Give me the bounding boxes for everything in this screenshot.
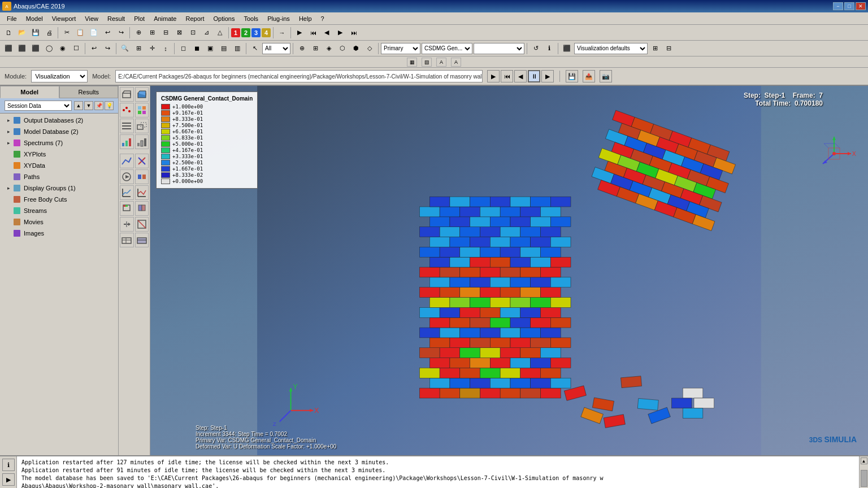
- t2-texture[interactable]: ⬛: [561, 42, 573, 55]
- t2-e[interactable]: ◉: [57, 42, 69, 55]
- tree-item-10[interactable]: Images: [0, 228, 118, 239]
- icon-probe2[interactable]: [135, 201, 149, 216]
- menu-item-options[interactable]: Options: [209, 14, 240, 23]
- t2-grid2[interactable]: ⊟: [662, 42, 675, 55]
- undo-button[interactable]: ↩: [101, 27, 114, 39]
- icon-animate2[interactable]: [135, 169, 149, 184]
- icon-path1[interactable]: [120, 154, 134, 168]
- num4-button[interactable]: 4: [262, 28, 271, 37]
- icon-plot-deformed[interactable]: [120, 87, 134, 102]
- play-pause-button[interactable]: ⏸: [528, 70, 540, 82]
- t2-extra6[interactable]: ◇: [363, 42, 376, 55]
- t4-table2[interactable]: ▧: [422, 58, 432, 67]
- component-select[interactable]: [474, 43, 524, 54]
- tree-expand-0[interactable]: ▸: [5, 116, 12, 124]
- tab-results[interactable]: Results: [59, 86, 119, 98]
- menu-item-file[interactable]: File: [2, 14, 21, 23]
- num3-button[interactable]: 3: [251, 28, 261, 37]
- menu-item-viewport[interactable]: Viewport: [47, 14, 81, 23]
- menu-item-tools[interactable]: Tools: [239, 14, 263, 23]
- all-select[interactable]: All: [262, 43, 290, 54]
- icon-plot-contour[interactable]: [135, 87, 149, 102]
- primary-select[interactable]: Primary: [381, 43, 420, 54]
- save-odb-button[interactable]: 📤: [583, 70, 595, 82]
- goto-start-button[interactable]: ⏮: [307, 27, 319, 39]
- sidebar-expand-btn[interactable]: ▲: [74, 101, 83, 110]
- icon-path2[interactable]: [135, 154, 149, 168]
- menu-item-animate[interactable]: Animate: [149, 14, 181, 23]
- tool-b[interactable]: ⊞: [146, 27, 158, 39]
- tab-model[interactable]: Model: [0, 86, 59, 98]
- viz-defaults-select[interactable]: Visualization defaults: [574, 43, 648, 54]
- menu-item-help[interactable]: Help: [294, 14, 316, 23]
- menu-item-model[interactable]: Model: [21, 14, 47, 23]
- play-button[interactable]: ▶: [293, 27, 306, 39]
- tool-f[interactable]: ⊿: [200, 27, 212, 39]
- icon-fbd1[interactable]: [120, 217, 134, 232]
- maximize-button[interactable]: □: [844, 2, 854, 10]
- tree-item-5[interactable]: Paths: [0, 171, 118, 182]
- tool-a[interactable]: ⊕: [132, 27, 145, 39]
- t2-cube2[interactable]: ◼: [190, 42, 203, 55]
- t2-b[interactable]: ⬛: [16, 42, 28, 55]
- goto-end-button[interactable]: ⏭: [348, 27, 360, 39]
- icon-result-options[interactable]: [120, 134, 134, 149]
- icon-superimpose[interactable]: [135, 119, 149, 133]
- t2-cube5[interactable]: ▥: [231, 42, 244, 55]
- csdmg-select[interactable]: CSDMG Gen...: [422, 43, 472, 54]
- step-fwd-button[interactable]: ▶: [334, 27, 346, 39]
- t2-arrows[interactable]: ↕: [159, 42, 172, 55]
- arrow-button[interactable]: →: [276, 27, 288, 39]
- t2-cube1[interactable]: ◻: [177, 42, 189, 55]
- t2-cube3[interactable]: ▣: [204, 42, 216, 55]
- play-prev-button[interactable]: ◀: [514, 70, 527, 82]
- minimize-button[interactable]: −: [833, 2, 843, 10]
- tree-expand-1[interactable]: ▸: [5, 128, 12, 136]
- redo-button[interactable]: ↪: [115, 27, 127, 39]
- scroll-thumb[interactable]: [861, 470, 867, 487]
- t2-extra2[interactable]: ⊞: [309, 42, 322, 55]
- t2-c[interactable]: ⬛: [29, 42, 42, 55]
- icon-plot-material[interactable]: [135, 103, 149, 117]
- cut-button[interactable]: ✂: [60, 27, 73, 39]
- menu-item-[interactable]: ?: [316, 14, 329, 23]
- tree-expand-2[interactable]: ▸: [5, 139, 12, 147]
- sidebar-bulb-btn[interactable]: 💡: [105, 101, 114, 110]
- tree-item-3[interactable]: XYPlots: [0, 149, 118, 160]
- tree-item-4[interactable]: XYData: [0, 160, 118, 171]
- t2-f[interactable]: ☐: [70, 42, 83, 55]
- t2-extra4[interactable]: ⬡: [336, 42, 349, 55]
- tree-item-8[interactable]: Streams: [0, 205, 118, 216]
- viewport[interactable]: Y X Z CSDMG General_Contact_Domain +1.00…: [150, 86, 868, 455]
- tree-item-2[interactable]: ▸Spectrums (7): [0, 137, 118, 149]
- icon-misc1[interactable]: [120, 233, 134, 247]
- t2-extra5[interactable]: ⬢: [350, 42, 362, 55]
- t2-zoom[interactable]: 🔍: [119, 42, 131, 55]
- scroll-up-btn[interactable]: ▲: [861, 457, 867, 464]
- t2-d[interactable]: ◯: [43, 42, 55, 55]
- log-icon-1[interactable]: ℹ: [2, 459, 15, 471]
- t4-a[interactable]: A: [436, 58, 446, 67]
- menu-item-result[interactable]: Result: [103, 14, 129, 23]
- tree-item-1[interactable]: ▸Model Database (2): [0, 126, 118, 137]
- icon-fbd2[interactable]: [135, 217, 149, 232]
- tree-item-9[interactable]: Movies: [0, 216, 118, 228]
- tree-item-0[interactable]: ▸Output Databases (2): [0, 115, 118, 126]
- icon-animate1[interactable]: [120, 169, 134, 184]
- step-back-button[interactable]: ◀: [320, 27, 333, 39]
- t2-fit[interactable]: ⊞: [132, 42, 145, 55]
- icon-xy1[interactable]: [120, 185, 134, 200]
- tree-expand-6[interactable]: ▸: [5, 184, 12, 192]
- t2-cube4[interactable]: ▤: [218, 42, 230, 55]
- play-next-button[interactable]: ▶: [541, 70, 554, 82]
- menu-item-view[interactable]: View: [80, 14, 103, 23]
- menu-item-plugins[interactable]: Plug-ins: [263, 14, 294, 23]
- icon-plot-symbol[interactable]: [120, 103, 134, 117]
- t2-a[interactable]: ⬛: [2, 42, 15, 55]
- num2-button[interactable]: 2: [241, 28, 250, 37]
- paste-button[interactable]: 📄: [88, 27, 100, 39]
- play-skip-start-button[interactable]: ⏮: [501, 70, 513, 82]
- cursor-tool[interactable]: ↖: [249, 42, 261, 55]
- t2-extra1[interactable]: ⊕: [296, 42, 308, 55]
- t2-grid[interactable]: ⊞: [649, 42, 661, 55]
